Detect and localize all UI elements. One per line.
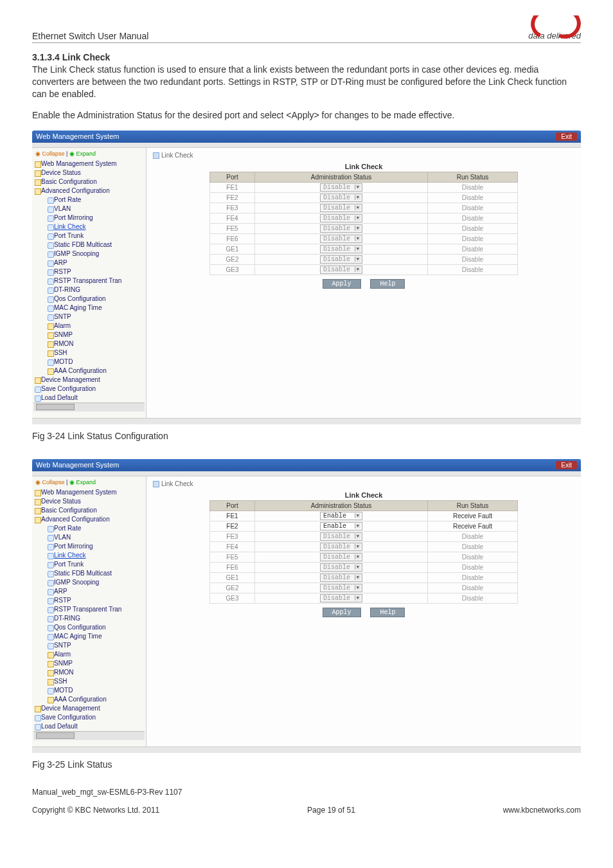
tree-device-mgmt[interactable]: Device Management bbox=[33, 375, 145, 384]
tree-item[interactable]: DT-RING bbox=[46, 614, 145, 623]
tree-root[interactable]: Web Management System bbox=[33, 488, 145, 497]
cell-port: FE4 bbox=[210, 213, 255, 223]
cell-port: GE2 bbox=[210, 254, 255, 264]
tree-item[interactable]: Link Check bbox=[46, 551, 145, 560]
admin-status-select[interactable]: Disable bbox=[320, 194, 362, 202]
cell-run: Disable bbox=[428, 562, 518, 572]
tree-device-status[interactable]: Device Status bbox=[33, 168, 145, 177]
tree-save-config[interactable]: Save Configuration bbox=[33, 384, 145, 393]
tree-item[interactable]: Port Trunk bbox=[46, 560, 145, 569]
help-button[interactable]: Help bbox=[370, 608, 405, 617]
tree-item[interactable]: RSTP Transparent Tran bbox=[46, 605, 145, 614]
tree-item[interactable]: Alarm bbox=[46, 650, 145, 659]
tree-item[interactable]: RMON bbox=[46, 339, 145, 348]
tree-item[interactable]: Qos Configuration bbox=[46, 623, 145, 632]
expand-link[interactable]: ◉ Expand bbox=[69, 150, 96, 157]
tree-device-mgmt[interactable]: Device Management bbox=[33, 704, 145, 713]
admin-status-select[interactable]: Disable bbox=[320, 553, 362, 561]
tree-item[interactable]: ARP bbox=[46, 258, 145, 267]
tree-advanced-config[interactable]: Advanced Configuration Port RateVLANPort… bbox=[33, 186, 145, 375]
tree-item[interactable]: IGMP Snooping bbox=[46, 249, 145, 258]
tree-item[interactable]: SNTP bbox=[46, 641, 145, 650]
tree-item[interactable]: Qos Configuration bbox=[46, 294, 145, 303]
tree-item[interactable]: AAA Configuration bbox=[46, 695, 145, 704]
tree-item[interactable]: SNMP bbox=[46, 659, 145, 668]
admin-status-select[interactable]: Disable bbox=[320, 563, 362, 572]
collapse-link[interactable]: ◉ Collapse bbox=[35, 479, 65, 485]
admin-status-select[interactable]: Disable bbox=[320, 594, 362, 602]
table-row: FE6DisableDisable bbox=[210, 233, 518, 244]
tree-item[interactable]: Port Mirroring bbox=[46, 542, 145, 551]
admin-status-select[interactable]: Enable bbox=[320, 522, 362, 530]
tree-item[interactable]: AAA Configuration bbox=[46, 366, 145, 375]
admin-status-select[interactable]: Disable bbox=[320, 224, 362, 233]
admin-status-select[interactable]: Disable bbox=[320, 245, 362, 253]
cell-port: FE1 bbox=[210, 511, 255, 521]
tree-item[interactable]: Link Check bbox=[46, 222, 145, 231]
admin-status-select[interactable]: Disable bbox=[320, 235, 362, 243]
cell-admin: Disable bbox=[255, 213, 428, 223]
section-para-2: Enable the Administration Status for the… bbox=[32, 109, 581, 122]
cell-run: Disable bbox=[428, 541, 518, 552]
tree-save-config[interactable]: Save Configuration bbox=[33, 713, 145, 722]
sidebar-scrollbar[interactable] bbox=[33, 731, 145, 740]
admin-status-select[interactable]: Disable bbox=[320, 183, 362, 192]
admin-status-select[interactable]: Disable bbox=[320, 255, 362, 264]
tree-item[interactable]: MOTD bbox=[46, 686, 145, 695]
tree-load-default[interactable]: Load Default bbox=[33, 393, 145, 402]
help-button[interactable]: Help bbox=[370, 279, 405, 289]
tree-load-default[interactable]: Load Default bbox=[33, 722, 145, 731]
admin-status-select[interactable]: Disable bbox=[320, 204, 362, 212]
nav-tree: Web Management System Device Status Basi… bbox=[33, 159, 145, 402]
table-row: FE2DisableDisable bbox=[210, 192, 518, 203]
tree-item[interactable]: VLAN bbox=[46, 533, 145, 542]
tree-device-status[interactable]: Device Status bbox=[33, 497, 145, 506]
tree-item[interactable]: SSH bbox=[46, 677, 145, 686]
admin-status-select[interactable]: Disable bbox=[320, 532, 362, 541]
exit-button[interactable]: Exit bbox=[556, 461, 577, 469]
tree-item[interactable]: Port Trunk bbox=[46, 231, 145, 240]
expand-link[interactable]: ◉ Expand bbox=[69, 479, 96, 485]
admin-status-select[interactable]: Disable bbox=[320, 266, 362, 274]
col-run: Run Status bbox=[428, 172, 518, 182]
tree-basic-config[interactable]: Basic Configuration bbox=[33, 506, 145, 515]
apply-button[interactable]: Apply bbox=[323, 608, 361, 617]
admin-status-select[interactable]: Enable bbox=[320, 512, 362, 520]
cell-admin: Enable bbox=[255, 511, 428, 521]
tree-item[interactable]: Port Mirroring bbox=[46, 213, 145, 222]
admin-status-select[interactable]: Disable bbox=[320, 543, 362, 551]
admin-status-select[interactable]: Disable bbox=[320, 214, 362, 222]
panel-title: Link Check bbox=[153, 491, 574, 499]
tree-item[interactable]: RSTP bbox=[46, 267, 145, 276]
tree-item[interactable]: DT-RING bbox=[46, 285, 145, 294]
tree-item[interactable]: MAC Aging Time bbox=[46, 632, 145, 641]
tree-item[interactable]: RSTP bbox=[46, 596, 145, 605]
cell-admin: Disable bbox=[255, 583, 428, 593]
admin-status-select[interactable]: Disable bbox=[320, 574, 362, 582]
tree-item[interactable]: IGMP Snooping bbox=[46, 578, 145, 587]
tree-item[interactable]: RSTP Transparent Tran bbox=[46, 276, 145, 285]
tree-item[interactable]: SNMP bbox=[46, 330, 145, 339]
exit-button[interactable]: Exit bbox=[556, 132, 577, 141]
tree-item[interactable]: Alarm bbox=[46, 321, 145, 330]
tree-advanced-config[interactable]: Advanced Configuration Port RateVLANPort… bbox=[33, 515, 145, 704]
cell-admin: Disable bbox=[255, 223, 428, 233]
tree-item[interactable]: Static FDB Multicast bbox=[46, 240, 145, 249]
tree-item[interactable]: ARP bbox=[46, 587, 145, 596]
sidebar-scrollbar[interactable] bbox=[33, 402, 145, 411]
tree-item[interactable]: VLAN bbox=[46, 204, 145, 213]
tree-item[interactable]: Static FDB Multicast bbox=[46, 569, 145, 578]
apply-button[interactable]: Apply bbox=[323, 279, 361, 289]
cell-port: FE3 bbox=[210, 203, 255, 213]
collapse-link[interactable]: ◉ Collapse bbox=[35, 150, 65, 157]
admin-status-select[interactable]: Disable bbox=[320, 584, 362, 592]
tree-item[interactable]: SNTP bbox=[46, 312, 145, 321]
tree-item[interactable]: RMON bbox=[46, 668, 145, 677]
tree-item[interactable]: Port Rate bbox=[46, 195, 145, 204]
tree-root[interactable]: Web Management System bbox=[33, 159, 145, 168]
tree-item[interactable]: MOTD bbox=[46, 357, 145, 366]
tree-basic-config[interactable]: Basic Configuration bbox=[33, 177, 145, 186]
tree-item[interactable]: SSH bbox=[46, 348, 145, 357]
tree-item[interactable]: MAC Aging Time bbox=[46, 303, 145, 312]
tree-item[interactable]: Port Rate bbox=[46, 524, 145, 533]
